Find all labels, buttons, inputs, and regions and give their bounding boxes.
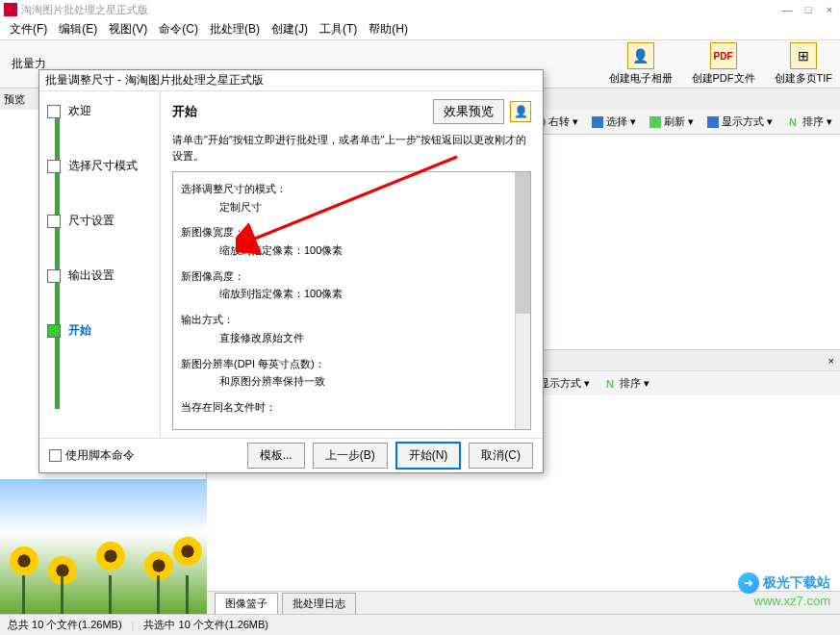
menu-create[interactable]: 创建(J)	[266, 19, 314, 39]
menu-file[interactable]: 文件(F)	[4, 19, 53, 39]
setting-width-label: 新图像宽度：	[181, 223, 522, 241]
script-checkbox-wrap[interactable]: 使用脚本命令	[49, 447, 135, 464]
setting-dpi-value: 和原图分辨率保持一致	[181, 372, 522, 391]
setting-mode-label: 选择调整尺寸的模式：	[181, 180, 522, 198]
status-bar: 总共 10 个文件(1.26MB) | 共选中 10 个文件(1.26MB)	[0, 614, 840, 635]
menu-view[interactable]: 视图(V)	[103, 19, 153, 39]
step-start[interactable]: 开始	[47, 322, 152, 339]
tool-tif[interactable]: ⊞创建多页TIF	[775, 42, 833, 86]
setting-width-value: 缩放到指定像素：100像素	[181, 241, 522, 260]
refresh-button[interactable]: 刷新 ▾	[646, 113, 698, 131]
menu-bar: 文件(F) 编辑(E) 视图(V) 命令(C) 批处理(B) 创建(J) 工具(…	[0, 19, 840, 40]
display-mode-button[interactable]: 显示方式 ▾	[703, 113, 776, 131]
setting-height-value: 缩放到指定像素：100像素	[181, 285, 522, 303]
setting-output-label: 输出方式：	[181, 311, 522, 329]
basket-close-button[interactable]: ×	[828, 355, 834, 367]
watermark-url: www.xz7.com	[738, 594, 830, 608]
close-button[interactable]: ×	[823, 4, 836, 15]
setting-mode-value: 定制尺寸	[181, 198, 522, 216]
script-checkbox[interactable]	[49, 449, 62, 462]
watermark-icon: ➜	[738, 572, 759, 594]
step-size[interactable]: 尺寸设置	[47, 213, 152, 229]
prev-button[interactable]: 上一步(B)	[313, 443, 388, 469]
preview-image	[0, 479, 207, 614]
title-bar: 淘淘图片批处理之星正式版 — □ ×	[0, 0, 840, 19]
display-icon	[707, 116, 719, 128]
setting-height-label: 新图像高度：	[181, 267, 522, 286]
status-selected: 共选中 10 个文件(1.26MB)	[143, 618, 268, 632]
setting-output-value: 直接修改原始文件	[181, 329, 522, 347]
status-total: 总共 10 个文件(1.26MB)	[8, 618, 122, 632]
dialog-main: 开始 效果预览 👤 请单击"开始"按钮立即进行批处理，或者单击"上一步"按钮返回…	[160, 91, 543, 438]
dialog-description: 请单击"开始"按钮立即进行批处理，或者单击"上一步"按钮返回以更改刚才的设置。	[172, 132, 531, 164]
dialog-settings-box: 选择调整尺寸的模式： 定制尺寸 新图像宽度： 缩放到指定像素：100像素 新图像…	[172, 171, 531, 430]
preview-label: 预览	[4, 92, 25, 107]
sort-button[interactable]: N排序 ▾	[599, 374, 653, 393]
sort-icon: N	[603, 377, 617, 391]
start-button[interactable]: 开始(N)	[395, 442, 462, 470]
watermark: ➜ 极光下载站 www.xz7.com	[738, 572, 830, 608]
app-icon	[4, 3, 17, 16]
album-icon: 👤	[627, 42, 654, 69]
settings-scrollbar[interactable]	[515, 172, 530, 429]
dialog-header-icon: 👤	[510, 101, 531, 122]
dialog-title: 批量调整尺寸 - 淘淘图片批处理之星正式版	[45, 72, 264, 89]
dialog-steps-sidebar: 欢迎 选择尺寸模式 尺寸设置 输出设置 开始	[39, 91, 160, 438]
app-title: 淘淘图片批处理之星正式版	[21, 3, 148, 17]
pdf-icon: PDF	[710, 42, 737, 69]
setting-dpi-label: 新图分辨率(DPI 每英寸点数)：	[181, 355, 522, 373]
dialog-header: 开始	[172, 103, 197, 120]
script-checkbox-label: 使用脚本命令	[65, 447, 135, 464]
preview-button[interactable]: 效果预览	[433, 99, 504, 124]
tab-log[interactable]: 批处理日志	[282, 593, 356, 614]
dialog-footer: 使用脚本命令 模板... 上一步(B) 开始(N) 取消(C)	[39, 438, 543, 472]
sort-button[interactable]: N排序 ▾	[782, 113, 836, 131]
watermark-name: 极光下载站	[763, 574, 830, 592]
step-welcome[interactable]: 欢迎	[47, 103, 152, 119]
resize-dialog: 批量调整尺寸 - 淘淘图片批处理之星正式版 欢迎 选择尺寸模式 尺寸设置 输出设…	[38, 69, 544, 473]
cancel-button[interactable]: 取消(C)	[469, 443, 533, 469]
tool-album[interactable]: 👤创建电子相册	[609, 42, 673, 86]
step-mode[interactable]: 选择尺寸模式	[47, 158, 152, 174]
dialog-title-bar: 批量调整尺寸 - 淘淘图片批处理之星正式版	[39, 70, 543, 91]
maximize-button[interactable]: □	[802, 4, 815, 15]
template-button[interactable]: 模板...	[247, 443, 305, 469]
menu-tools[interactable]: 工具(T)	[314, 19, 363, 39]
setting-exist-label: 当存在同名文件时：	[181, 398, 522, 417]
select-icon	[592, 116, 603, 128]
tab-basket[interactable]: 图像篮子	[215, 593, 278, 614]
refresh-icon	[649, 116, 661, 128]
step-output[interactable]: 输出设置	[47, 267, 152, 284]
sort-icon: N	[786, 115, 800, 129]
window-controls: — □ ×	[780, 4, 836, 15]
menu-help[interactable]: 帮助(H)	[363, 19, 414, 39]
minimize-button[interactable]: —	[780, 4, 794, 15]
select-button[interactable]: 选择 ▾	[588, 113, 640, 131]
menu-batch[interactable]: 批处理(B)	[204, 19, 266, 39]
menu-command[interactable]: 命令(C)	[153, 19, 204, 39]
tif-icon: ⊞	[790, 42, 817, 69]
menu-edit[interactable]: 编辑(E)	[53, 19, 103, 39]
tool-pdf[interactable]: PDF创建PDF文件	[692, 42, 755, 86]
